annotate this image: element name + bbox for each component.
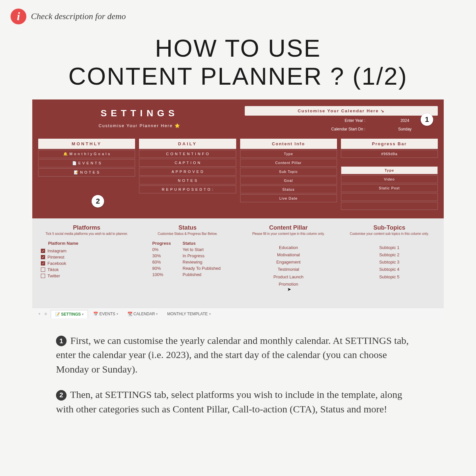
pillar-item[interactable]: Education bbox=[240, 244, 337, 251]
content-cell[interactable]: Type bbox=[240, 150, 337, 158]
callout-badge-1: 1 bbox=[421, 113, 433, 126]
progress-value[interactable]: 60% bbox=[152, 260, 175, 265]
spreadsheet-screenshot: SETTINGS Customise Your Planner Here ⭐ C… bbox=[32, 99, 444, 320]
step-1-text: First, we can customise the yearly calen… bbox=[56, 335, 409, 375]
cursor-icon: ➤ bbox=[287, 287, 291, 292]
start-label: Calendar Start On : bbox=[245, 126, 372, 133]
pillar-item[interactable]: Testimonial bbox=[240, 266, 337, 273]
add-sheet-icon[interactable]: + bbox=[38, 312, 41, 316]
subtopic-item[interactable]: Subtopic 1 bbox=[341, 244, 438, 251]
content-cell[interactable]: Status bbox=[240, 185, 337, 193]
platform-row[interactable]: ✓Pinterest bbox=[38, 254, 135, 260]
subtopics-section: Sub-Topics Customise your content sub to… bbox=[341, 224, 438, 288]
type-cell-empty[interactable] bbox=[341, 193, 438, 201]
sheet-tab[interactable]: 📝 SETTINGS ▾ bbox=[51, 310, 88, 318]
monthly-cell[interactable]: 📄 E V E N T S bbox=[38, 159, 135, 167]
progress-value[interactable]: 30% bbox=[152, 253, 175, 258]
checkbox-icon[interactable] bbox=[41, 274, 45, 278]
pillar-section: Content Pillar Please fill in your conte… bbox=[240, 224, 337, 288]
settings-heading: SETTINGS bbox=[38, 108, 241, 119]
type-cell[interactable]: Video bbox=[341, 175, 438, 183]
sheet-tab[interactable]: MONTHLY TEMPLATE ▾ bbox=[163, 310, 214, 318]
pillar-item[interactable]: Product Launch bbox=[240, 273, 337, 281]
platform-name: Instagram bbox=[47, 248, 67, 253]
daily-head: DAILY bbox=[139, 139, 236, 149]
content-cell[interactable]: Goal bbox=[240, 177, 337, 184]
subtopic-item[interactable]: Subtopic 3 bbox=[341, 259, 438, 266]
type-head: Type bbox=[341, 166, 438, 174]
step-2-text: Then, at SETTINGS tab, select platforms … bbox=[56, 389, 402, 414]
step-2-badge: 2 bbox=[56, 390, 67, 401]
progress-value[interactable]: 80% bbox=[152, 266, 175, 271]
platforms-sub: Tick 5 social media platforms you wish t… bbox=[38, 232, 135, 236]
instructions: 1 First, we can customise the yearly cal… bbox=[56, 333, 420, 416]
daily-column: DAILY C O N T E N T I N F O C A P T I O … bbox=[139, 139, 236, 210]
content-info-column: Content Info Type Content Pillar Sub Top… bbox=[240, 139, 337, 210]
daily-cell[interactable]: C O N T E N T I N F O bbox=[139, 150, 236, 158]
sheet-tabs: + ≡ 📝 SETTINGS ▾📅 EVENTS ▾📆 CALENDAR ▾MO… bbox=[32, 308, 444, 320]
banner-text: Check description for demo bbox=[31, 12, 126, 21]
platform-row[interactable]: ✓Facebook bbox=[38, 260, 135, 266]
monthly-cell[interactable]: 📝 N O T E S bbox=[38, 168, 135, 177]
type-cell-empty[interactable] bbox=[341, 202, 438, 210]
checkbox-icon[interactable] bbox=[41, 267, 45, 272]
platform-row[interactable]: Twitter bbox=[38, 273, 135, 279]
subtopic-item[interactable]: Subtopic 4 bbox=[341, 266, 438, 273]
subtopics-title: Sub-Topics bbox=[341, 224, 438, 231]
sheet-tab[interactable]: 📆 CALENDAR ▾ bbox=[124, 310, 162, 318]
status-sub: Customise Status & Progress Bar Below. bbox=[139, 232, 236, 236]
content-cell[interactable]: Live Date bbox=[240, 194, 337, 202]
platforms-section: Platforms Tick 5 social media platforms … bbox=[38, 224, 135, 288]
status-value[interactable]: Reviewing bbox=[182, 260, 236, 265]
status-value[interactable]: In Progress bbox=[182, 253, 236, 258]
progress-value[interactable]: 0% bbox=[152, 247, 175, 252]
start-value[interactable]: Sunday bbox=[372, 126, 438, 133]
progress-column: Progress Bar #969d8a Type Video Static P… bbox=[341, 139, 438, 210]
status-value[interactable]: Published bbox=[182, 272, 236, 277]
status-header: Status bbox=[182, 241, 236, 246]
subtopic-item[interactable]: Subtopic 5 bbox=[341, 273, 438, 281]
sheet-tab[interactable]: 📅 EVENTS ▾ bbox=[89, 310, 122, 318]
year-label: Enter Year : bbox=[245, 117, 372, 124]
pillar-item[interactable]: Engagement bbox=[240, 259, 337, 266]
platform-row[interactable]: Tiktok bbox=[38, 266, 135, 273]
progress-color[interactable]: #969d8a bbox=[341, 150, 438, 158]
checkbox-icon[interactable]: ✓ bbox=[41, 261, 45, 266]
progress-head: Progress Bar bbox=[341, 139, 438, 149]
checkbox-icon[interactable]: ✓ bbox=[41, 255, 45, 259]
step-1-badge: 1 bbox=[56, 336, 67, 346]
status-value[interactable]: Ready To Published bbox=[182, 266, 236, 271]
monthly-column: MONTHLY 🔔 M o n t h l y G o a l s 📄 E V … bbox=[38, 139, 135, 210]
monthly-cell[interactable]: 🔔 M o n t h l y G o a l s bbox=[38, 150, 135, 158]
platform-name: Tiktok bbox=[47, 267, 59, 272]
daily-cell[interactable]: C A P T I O N bbox=[139, 159, 236, 167]
settings-subtitle: Customise Your Planner Here ⭐ bbox=[38, 123, 241, 128]
progress-value[interactable]: 100% bbox=[152, 272, 175, 277]
platforms-title: Platforms bbox=[38, 224, 135, 231]
platform-row[interactable]: ✓Instagram bbox=[38, 248, 135, 254]
pillar-title: Content Pillar bbox=[240, 224, 337, 231]
daily-cell[interactable]: R E P U R P O S E D T O : bbox=[139, 185, 236, 193]
pillar-item[interactable]: Motivational bbox=[240, 251, 337, 259]
type-cell[interactable]: Static Post bbox=[341, 184, 438, 192]
subtopics-sub: Customise your content sub topics in thi… bbox=[341, 232, 438, 236]
daily-cell[interactable]: N O T E S bbox=[139, 177, 236, 184]
platform-name: Facebook bbox=[47, 261, 66, 266]
content-head: Content Info bbox=[240, 139, 337, 149]
platform-header: Platform Name bbox=[38, 241, 135, 246]
callout-badge-2: 2 bbox=[92, 195, 104, 208]
content-cell[interactable]: Sub Topic bbox=[240, 168, 337, 176]
monthly-head: MONTHLY bbox=[38, 139, 135, 149]
all-sheets-icon[interactable]: ≡ bbox=[44, 312, 47, 316]
daily-cell[interactable]: A P P R O V E D bbox=[139, 168, 236, 176]
status-title: Status bbox=[139, 224, 236, 231]
progress-header: Progress bbox=[152, 241, 175, 246]
status-section: Status Customise Status & Progress Bar B… bbox=[139, 224, 236, 288]
checkbox-icon[interactable]: ✓ bbox=[41, 249, 45, 253]
platform-name: Twitter bbox=[47, 273, 60, 278]
status-value[interactable]: Yet to Start bbox=[182, 247, 236, 252]
page-title: HOW TO USECONTENT PLANNER ? (1/2) bbox=[0, 34, 476, 90]
subtopic-item[interactable]: Subtopic 2 bbox=[341, 251, 438, 259]
customise-header: Customise Your Calendar Here ↘ bbox=[245, 106, 438, 116]
content-cell[interactable]: Content Pillar bbox=[240, 159, 337, 167]
